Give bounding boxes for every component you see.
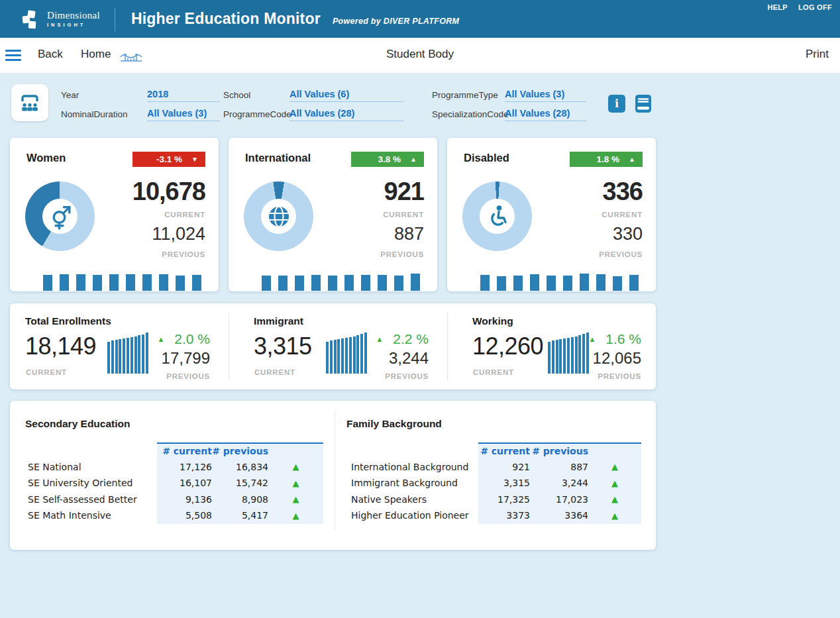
table-title-secondary-education: Secondary Education <box>25 418 130 430</box>
secondary-education-table: # current # previous SE National 17,126 … <box>28 442 323 524</box>
student-body-tile-button[interactable] <box>11 84 48 121</box>
change-arrow-icon: ▼ <box>191 156 198 163</box>
row-previous: 5,417 <box>212 507 268 524</box>
current-value: 10,678 <box>132 178 205 206</box>
filter-group-1: Year 2018 NominalDuration All Values (3) <box>61 89 220 127</box>
higher-education-monitor-dashboard: Dimensional INSIGHT Higher Education Mon… <box>0 0 840 618</box>
filter-value-programmetype[interactable]: All Values (3) <box>505 89 586 102</box>
row-previous: 15,742 <box>212 475 268 491</box>
trend-up-icon: ▲ <box>376 335 383 343</box>
change-arrow-icon: ▲ <box>410 156 417 163</box>
row-current: 921 <box>478 459 530 476</box>
kpi-card-disabled[interactable]: Disabled 1.8 % ▲ 336 CURRENT 330 PREVIOU… <box>447 138 656 291</box>
current-label: CURRENT <box>254 368 295 376</box>
change-value: 2.2 % <box>393 331 429 347</box>
logoff-link[interactable]: LOG OFF <box>798 3 832 11</box>
brand-subname: INSIGHT <box>47 23 100 28</box>
previous-value: 12,065 <box>593 349 641 368</box>
brand-logo[interactable]: Dimensional INSIGHT <box>20 9 100 30</box>
filter-group-2: School All Values (6) ProgrammeCode All … <box>223 89 403 127</box>
row-current: 5,508 <box>157 507 212 524</box>
app-tagline: Powered by DIVER PLATFORM <box>333 17 459 26</box>
print-button[interactable]: Print <box>806 48 829 61</box>
column-header-current: # current <box>157 442 212 459</box>
row-current: 3373 <box>478 507 530 524</box>
row-label: Immigrant Background <box>351 475 478 491</box>
previous-value: 17,799 <box>162 349 210 368</box>
family-background-table: # current # previous International Backg… <box>351 442 641 524</box>
previous-value: 3,244 <box>389 349 429 368</box>
row-current: 17,325 <box>478 491 530 508</box>
current-value: 18,149 <box>25 333 96 360</box>
tile-title: Working <box>472 315 513 327</box>
header-links: HELP LOG OFF <box>767 3 832 11</box>
disabled-trend-bars <box>480 274 639 291</box>
summary-card: Total Enrollments 18,149 CURRENT ▲ 2.0 %… <box>10 303 656 389</box>
trend-up-icon: ▲ <box>588 459 641 476</box>
app-title: Higher Education Monitor <box>131 10 321 28</box>
book-icon[interactable] <box>633 93 653 117</box>
current-label: CURRENT <box>26 368 67 376</box>
row-previous: 3,244 <box>530 475 588 491</box>
row-label: International Background <box>351 459 478 476</box>
row-label: SE Math Intensive <box>28 507 157 524</box>
row-previous: 17,023 <box>530 491 588 508</box>
change-value: 1.8 % <box>597 154 620 164</box>
previous-value: 11,024 <box>152 224 205 244</box>
row-current: 9,136 <box>157 491 212 508</box>
filter-value-specializationcode[interactable]: All Values (28) <box>505 108 586 121</box>
summary-tile-immigrant[interactable]: Immigrant 3,315 CURRENT ▲ 2.2 % 3,244 PR… <box>229 303 447 389</box>
filter-label-programmetype: ProgrammeType <box>432 90 505 102</box>
filter-value-school[interactable]: All Values (6) <box>289 89 403 102</box>
immigrant-sparkline <box>326 333 368 374</box>
row-previous: 16,834 <box>212 459 268 476</box>
header-divider <box>115 7 115 31</box>
international-donut-chart <box>244 181 313 251</box>
change-badge: -3.1 % ▼ <box>132 152 205 167</box>
current-value: 921 <box>384 178 424 206</box>
summary-tile-total-enrollments[interactable]: Total Enrollments 18,149 CURRENT ▲ 2.0 %… <box>10 303 229 389</box>
kpi-title: Women <box>26 152 66 164</box>
row-current: 3,315 <box>478 475 530 491</box>
help-link[interactable]: HELP <box>767 3 788 11</box>
kpi-title: Disabled <box>464 152 509 164</box>
row-label: SE Self-assessed Better <box>28 491 157 508</box>
row-previous: 3364 <box>530 507 588 524</box>
wheelchair-icon <box>485 203 510 230</box>
trend-up-icon: ▲ <box>588 335 596 343</box>
tables-card: Secondary Education Family Background # … <box>10 401 656 550</box>
brand-name: Dimensional <box>47 11 100 21</box>
previous-value: 887 <box>394 224 424 244</box>
women-donut-chart <box>25 181 95 251</box>
summary-tile-working[interactable]: Working 12,260 CURRENT ▲ 1.6 % 12,065 PR… <box>447 303 656 389</box>
previous-label: PREVIOUS <box>380 250 424 258</box>
divider <box>335 411 335 530</box>
trend-up-icon: ▲ <box>268 459 323 476</box>
kpi-card-international[interactable]: International 3.8 % ▲ 921 CURRENT 887 PR… <box>229 138 437 291</box>
row-current: 16,107 <box>157 475 212 491</box>
row-label: SE University Oriented <box>28 475 157 491</box>
row-label: SE National <box>28 459 157 476</box>
filter-value-programmecode[interactable]: All Values (28) <box>289 108 403 121</box>
column-header-previous: # previous <box>530 442 588 459</box>
change-value: 2.0 % <box>174 331 210 347</box>
kpi-card-women[interactable]: Women -3.1 % ▼ 10,678 CURRENT 11,024 PRE… <box>10 138 219 291</box>
change-value: 3.8 % <box>378 154 401 164</box>
tile-title: Immigrant <box>254 315 303 327</box>
current-label: CURRENT <box>383 211 424 219</box>
trend-up-icon: ▲ <box>268 507 323 524</box>
current-value: 336 <box>603 178 643 206</box>
row-label: Higher Education Pioneer <box>351 507 478 524</box>
filter-group-3: ProgrammeType All Values (3) Specializat… <box>432 89 586 127</box>
filter-value-year[interactable]: 2018 <box>147 89 220 102</box>
total-enrollments-sparkline <box>107 333 150 374</box>
filter-value-nominalduration[interactable]: All Values (3) <box>147 108 220 121</box>
kpi-title: International <box>245 152 311 164</box>
info-icon[interactable]: i <box>608 95 625 113</box>
previous-value: 330 <box>613 224 643 244</box>
previous-label: PREVIOUS <box>385 372 429 380</box>
trend-up-icon: ▲ <box>588 475 641 491</box>
tile-title: Total Enrollments <box>25 315 111 327</box>
previous-label: PREVIOUS <box>598 372 641 380</box>
change-badge: 1.8 % ▲ <box>570 152 643 167</box>
